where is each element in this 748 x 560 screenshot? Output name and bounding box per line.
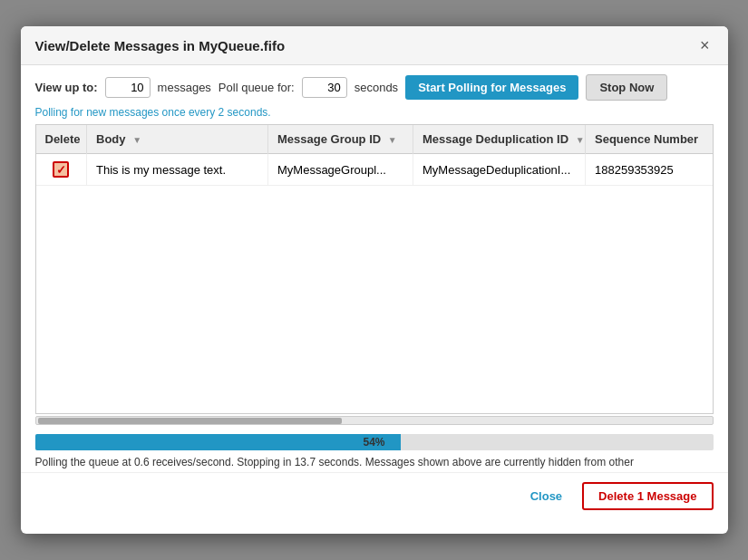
group-sort-icon: ▼ <box>388 135 397 145</box>
col-header-seq-number: Sequence Number <box>586 125 714 154</box>
dedup-id-cell: MyMessageDeduplicationI... <box>413 154 586 186</box>
table-row: ✓This is my message text.MyMessageGroupl… <box>36 154 714 186</box>
progress-label: 54% <box>363 436 384 449</box>
col-header-delete: Delete <box>36 125 87 154</box>
dedup-sort-icon: ▼ <box>576 135 585 145</box>
table-header-row: Delete Body ▼ Message Group ID ▼ Message… <box>36 125 714 154</box>
col-header-group-id[interactable]: Message Group ID ▼ <box>268 125 413 154</box>
scrollbar-track <box>35 416 714 425</box>
scrollbar-thumb <box>38 418 343 424</box>
view-up-to-label: View up to: <box>35 81 98 94</box>
modal-container: View/Delete Messages in MyQueue.fifo × V… <box>21 26 728 534</box>
progress-bar-fill <box>35 434 402 450</box>
progress-area: 54% <box>21 427 728 450</box>
toolbar: View up to: messages Poll queue for: sec… <box>21 65 728 106</box>
group-id-cell: MyMessageGroupl... <box>268 154 413 186</box>
modal-title: View/Delete Messages in MyQueue.fifo <box>35 38 286 53</box>
seq-number-cell: 188259353925 <box>586 154 714 186</box>
close-icon-button[interactable]: × <box>696 37 714 53</box>
poll-queue-label: Poll queue for: <box>219 81 295 94</box>
close-button[interactable]: Close <box>520 482 573 510</box>
col-header-body[interactable]: Body ▼ <box>87 125 268 154</box>
table-body: ✓This is my message text.MyMessageGroupl… <box>36 154 714 186</box>
status-text: Polling the queue at 0.6 receives/second… <box>35 456 634 468</box>
start-polling-button[interactable]: Start Polling for Messages <box>405 75 578 100</box>
delete-checkbox[interactable]: ✓ <box>53 161 69 178</box>
view-up-to-input[interactable] <box>105 77 151 98</box>
body-sort-icon: ▼ <box>132 135 141 145</box>
progress-bar-background: 54% <box>35 434 714 450</box>
status-bar: Polling the queue at 0.6 receives/second… <box>21 450 728 472</box>
col-header-dedup-id[interactable]: Message Deduplication ID ▼ <box>413 125 586 154</box>
modal-header: View/Delete Messages in MyQueue.fifo × <box>21 26 728 65</box>
modal-footer: Close Delete 1 Message <box>21 472 728 519</box>
horizontal-scrollbar[interactable] <box>21 414 728 427</box>
stop-now-button[interactable]: Stop Now <box>586 74 667 101</box>
poll-seconds-input[interactable] <box>302 77 347 98</box>
seconds-label: seconds <box>355 81 398 94</box>
delete-cell: ✓ <box>36 154 87 186</box>
polling-info-text: Polling for new messages once every 2 se… <box>21 106 728 124</box>
check-mark-icon: ✓ <box>56 164 66 176</box>
messages-table-container: Delete Body ▼ Message Group ID ▼ Message… <box>35 124 714 414</box>
messages-table: Delete Body ▼ Message Group ID ▼ Message… <box>36 125 714 186</box>
messages-label: messages <box>158 81 211 94</box>
delete-message-button[interactable]: Delete 1 Message <box>582 482 713 510</box>
body-cell: This is my message text. <box>87 154 268 186</box>
